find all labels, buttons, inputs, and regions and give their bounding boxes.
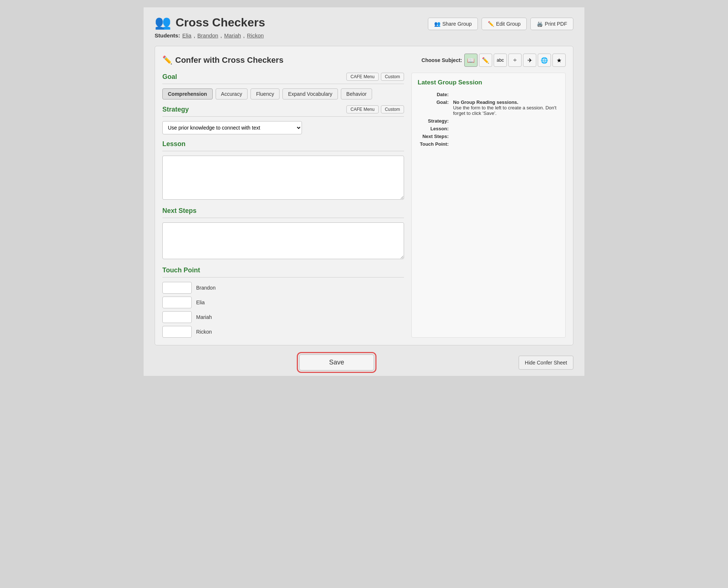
lgs-no-session-text: No Group Reading sessions. (453, 99, 518, 105)
lgs-lesson-row: Lesson: (418, 125, 559, 133)
subject-pencil-button[interactable]: ✏️ (479, 54, 492, 67)
save-bar: Save Hide Confer Sheet (155, 349, 573, 376)
strategy-divider (162, 116, 404, 117)
page-header: 👥 Cross Checkers Students: Elia, Brandon… (155, 15, 573, 39)
print-pdf-button[interactable]: 🖨️ Print PDF (530, 18, 573, 30)
lgs-goal-label: Goal: (418, 98, 451, 117)
touch-point-name-rickon: Rickon (196, 329, 212, 335)
lgs-next-steps-label: Next Steps: (418, 133, 451, 140)
latest-group-session-panel: Latest Group Session Date: Goal: No Grou… (411, 73, 566, 338)
next-steps-textarea[interactable] (162, 222, 404, 259)
lgs-next-steps-row: Next Steps: (418, 133, 559, 140)
lesson-textarea[interactable] (162, 156, 404, 200)
lgs-next-steps-value (451, 133, 559, 140)
edit-icon: ✏️ (488, 21, 494, 27)
confer-left-column: Goal CAFE Menu Custom Comprehension Accu… (162, 73, 404, 338)
edit-group-button[interactable]: ✏️ Edit Group (482, 18, 527, 30)
touch-point-item-brandon: Brandon (162, 282, 404, 294)
group-icon: 👥 (155, 15, 171, 30)
strategy-section-header: Strategy CAFE Menu Custom (162, 105, 404, 113)
header-left: 👥 Cross Checkers Students: Elia, Brandon… (155, 15, 265, 39)
goal-section-header: Goal CAFE Menu Custom (162, 73, 404, 81)
lgs-no-session-hint: Use the form to the left to create a ses… (453, 105, 556, 116)
goal-section-title: Goal (162, 73, 177, 81)
print-pdf-label: Print PDF (545, 21, 567, 27)
lesson-divider (162, 151, 404, 151)
lgs-touch-point-label: Touch Point: (418, 140, 451, 148)
student-elia[interactable]: Elia (182, 32, 191, 39)
lgs-strategy-value (451, 117, 559, 125)
goal-expand-vocabulary-button[interactable]: Expand Vocabulary (282, 88, 338, 99)
subject-globe-button[interactable]: 🌐 (538, 54, 551, 67)
next-steps-divider (162, 218, 404, 218)
subject-icons: 📖 ✏️ abc ÷ ✈ 🌐 ★ (464, 54, 566, 67)
lgs-lesson-value (451, 125, 559, 133)
touch-point-input-elia[interactable] (162, 297, 192, 308)
lgs-date-value (451, 91, 559, 98)
subject-science-button[interactable]: ✈ (523, 54, 536, 67)
touch-point-input-rickon[interactable] (162, 326, 192, 338)
lgs-title: Latest Group Session (418, 79, 559, 86)
touch-point-name-mariah: Mariah (196, 314, 212, 320)
touch-point-item-mariah: Mariah (162, 311, 404, 323)
student-mariah[interactable]: Mariah (224, 32, 241, 39)
strategy-select[interactable]: Use prior knowledge to connect with text… (162, 121, 302, 134)
lgs-touch-point-row: Touch Point: (418, 140, 559, 148)
touch-point-input-brandon[interactable] (162, 282, 192, 294)
student-rickon[interactable]: Rickon (247, 32, 264, 39)
confer-title-row: ✏️ Confer with Cross Checkers (162, 55, 284, 65)
share-group-button[interactable]: 👥 Share Group (428, 18, 478, 30)
goal-accuracy-button[interactable]: Accuracy (216, 88, 248, 99)
lgs-lesson-label: Lesson: (418, 125, 451, 133)
share-icon: 👥 (434, 21, 440, 27)
goal-behavior-button[interactable]: Behavior (341, 88, 372, 99)
subject-divide-button[interactable]: ÷ (508, 54, 522, 67)
lgs-touch-point-value (451, 140, 559, 148)
subject-abc-button[interactable]: abc (494, 54, 507, 67)
subject-star-button[interactable]: ★ (552, 54, 566, 67)
group-title-row: 👥 Cross Checkers (155, 15, 265, 30)
save-btn-wrapper: Save (155, 354, 519, 371)
share-group-label: Share Group (442, 21, 472, 27)
lesson-section-header: Lesson (162, 140, 404, 148)
lgs-date-row: Date: (418, 91, 559, 98)
header-buttons: 👥 Share Group ✏️ Edit Group 🖨️ Print PDF (428, 18, 573, 30)
touch-point-list: Brandon Elia Mariah Rickon (162, 282, 404, 338)
touch-point-item-rickon: Rickon (162, 326, 404, 338)
strategy-section-buttons: CAFE Menu Custom (346, 105, 404, 113)
save-button[interactable]: Save (299, 354, 374, 371)
group-title: Cross Checkers (176, 16, 265, 29)
touch-point-input-mariah[interactable] (162, 311, 192, 323)
confer-title-text: Confer with Cross Checkers (175, 55, 284, 65)
students-row: Students: Elia, Brandon, Mariah, Rickon (155, 32, 265, 39)
hide-confer-sheet-button[interactable]: Hide Confer Sheet (519, 356, 573, 370)
confer-card: ✏️ Confer with Cross Checkers Choose Sub… (155, 46, 573, 345)
goal-divider (162, 84, 404, 84)
strategy-cafe-menu-button[interactable]: CAFE Menu (346, 105, 378, 113)
lgs-strategy-label: Strategy: (418, 117, 451, 125)
lgs-goal-row: Goal: No Group Reading sessions. Use the… (418, 98, 559, 117)
student-brandon[interactable]: Brandon (197, 32, 218, 39)
goal-cafe-menu-button[interactable]: CAFE Menu (346, 73, 378, 81)
lgs-strategy-row: Strategy: (418, 117, 559, 125)
touch-point-name-elia: Elia (196, 300, 205, 305)
confer-pencil-icon: ✏️ (162, 55, 172, 65)
goal-custom-button[interactable]: Custom (381, 73, 404, 81)
touch-point-section-title: Touch Point (162, 266, 200, 274)
touch-point-name-brandon: Brandon (196, 285, 216, 291)
subject-book-button[interactable]: 📖 (464, 54, 477, 67)
confer-body: Goal CAFE Menu Custom Comprehension Accu… (162, 73, 566, 338)
goal-buttons-row: Comprehension Accuracy Fluency Expand Vo… (162, 88, 404, 99)
next-steps-section-title: Next Steps (162, 207, 197, 215)
strategy-custom-button[interactable]: Custom (381, 105, 404, 113)
lesson-section-title: Lesson (162, 140, 185, 148)
page-wrapper: 👥 Cross Checkers Students: Elia, Brandon… (144, 7, 584, 376)
strategy-section-title: Strategy (162, 106, 189, 113)
goal-fluency-button[interactable]: Fluency (251, 88, 280, 99)
lgs-date-label: Date: (418, 91, 451, 98)
next-steps-section-header: Next Steps (162, 207, 404, 215)
edit-group-label: Edit Group (496, 21, 520, 27)
goal-comprehension-button[interactable]: Comprehension (162, 88, 213, 99)
print-icon: 🖨️ (537, 21, 543, 27)
touch-point-divider (162, 277, 404, 277)
